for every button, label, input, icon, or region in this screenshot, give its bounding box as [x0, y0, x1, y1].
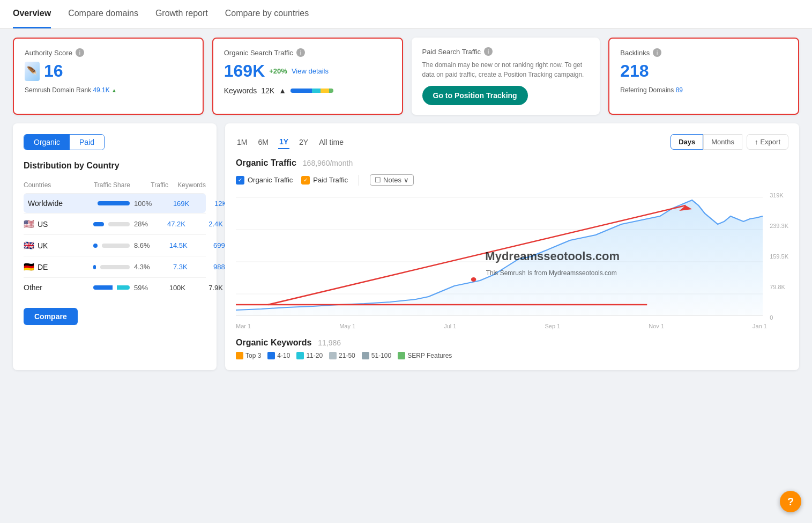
paid-search-title: Paid Search Traffic	[422, 48, 481, 56]
col-traffic-share: Traffic Share	[93, 181, 131, 189]
organic-paid-toggle: Organic Paid	[24, 134, 105, 150]
paid-search-info-icon[interactable]: i	[484, 47, 493, 56]
keywords-uk: 699	[188, 241, 225, 249]
country-us: 🇺🇸US	[24, 219, 93, 229]
kw-legend-label-4-10: 4-10	[277, 352, 290, 359]
x-label-5: Nov 1	[649, 323, 664, 329]
authority-score-card: Authority Score i 🪶 16 Semrush Domain Ra…	[13, 38, 204, 115]
paid-search-card: Paid Search Traffic i The domain may be …	[412, 38, 600, 115]
left-panel: Organic Paid Distribution by Country Cou…	[13, 123, 217, 370]
days-months-toggle: Days Months	[671, 134, 742, 150]
authority-score-title: Authority Score	[25, 49, 72, 57]
kw-legend-box-51-100	[362, 352, 369, 359]
kw-bar-seg1	[290, 89, 312, 93]
traffic-worldwide: 169K	[152, 200, 189, 208]
y-label-1: 0	[770, 314, 788, 321]
bar-uk	[93, 244, 98, 248]
authority-score-icon: 🪶	[25, 62, 40, 81]
pct-de: 4.3%	[134, 263, 150, 271]
time-controls: 1M 6M 1Y 2Y All time Days Months ↑ Expor…	[236, 134, 788, 150]
bar-worldwide	[98, 201, 130, 205]
go-to-position-tracking-button[interactable]: Go to Position Tracking	[422, 86, 528, 105]
tab-growth-report[interactable]: Growth report	[155, 0, 208, 28]
bar-us	[93, 222, 104, 226]
time-pill-2y[interactable]: 2Y	[298, 136, 309, 149]
kw-legend-box-serp	[398, 352, 405, 359]
kw-bar-seg3	[321, 89, 329, 93]
time-pill-alltime[interactable]: All time	[318, 136, 345, 149]
y-label-2: 79.8K	[770, 284, 788, 290]
compare-button[interactable]: Compare	[24, 308, 78, 325]
time-pill-6m[interactable]: 6M	[257, 136, 269, 149]
legend-paid: ✓ Paid Traffic	[301, 176, 348, 185]
kw-legend-11-20: 11-20	[296, 352, 323, 359]
organic-search-info-icon[interactable]: i	[296, 48, 305, 57]
organic-search-title: Organic Search Traffic	[224, 49, 293, 57]
x-label-2: May 1	[339, 323, 355, 329]
keywords-other: 7.9K	[185, 284, 223, 292]
country-de: 🇩🇪DE	[24, 262, 93, 272]
keywords-label: Keywords	[224, 86, 257, 95]
pct-other: 59%	[134, 284, 148, 292]
table-row: Other 59% 100K 7.9K	[24, 277, 206, 297]
paid-toggle-btn[interactable]: Paid	[70, 135, 104, 150]
keywords-worldwide: 12K	[189, 200, 227, 208]
keywords-bar-track	[290, 89, 333, 93]
kw-legend-box-4-10	[267, 352, 275, 359]
x-label-1: Mar 1	[236, 323, 251, 329]
authority-score-footer-value: 49.1K	[93, 86, 109, 94]
bar-other2	[117, 285, 130, 290]
time-pill-1y[interactable]: 1Y	[278, 135, 289, 149]
chart-legend: ✓ Organic Traffic ✓ Paid Traffic ☐ Notes…	[236, 174, 788, 186]
backlinks-info-icon[interactable]: i	[653, 48, 661, 57]
bar-de	[93, 265, 96, 269]
organic-search-growth: +20%	[269, 67, 287, 75]
kw-legend-box-21-50	[329, 352, 337, 359]
pct-us: 28%	[134, 220, 148, 228]
paid-legend-label: Paid Traffic	[313, 176, 348, 184]
legend-divider	[359, 175, 359, 186]
export-button[interactable]: ↑ Export	[747, 134, 788, 150]
organic-legend-label: Organic Traffic	[248, 176, 293, 184]
distribution-title: Distribution by Country	[24, 161, 206, 171]
backlinks-footer-label: Referring Domains	[620, 86, 674, 94]
legend-organic: ✓ Organic Traffic	[236, 176, 293, 185]
traffic-other: 100K	[148, 284, 185, 292]
kw-legend-box-11-20	[296, 352, 304, 359]
kw-bar-seg2	[312, 89, 321, 93]
notes-label: Notes	[383, 176, 401, 184]
x-label-3: Jul 1	[444, 323, 456, 329]
days-toggle-btn[interactable]: Days	[671, 134, 703, 150]
kw-legend: Top 3 4-10 11-20 21-50	[236, 352, 788, 359]
notes-button[interactable]: ☐ Notes ∨	[370, 174, 414, 186]
organic-search-card: Organic Search Traffic i 169K +20% View …	[212, 38, 403, 115]
traffic-us: 47.2K	[148, 220, 185, 228]
time-pill-1m[interactable]: 1M	[236, 136, 248, 149]
months-toggle-btn[interactable]: Months	[703, 134, 742, 150]
y-label-3: 159.5K	[770, 253, 788, 260]
kw-legend-51-100: 51-100	[362, 352, 391, 359]
bar-us-gray	[108, 222, 130, 226]
tab-compare-countries[interactable]: Compare by countries	[225, 0, 309, 28]
y-axis-labels: 319K 239.3K 159.5K 79.8K 0	[765, 192, 788, 321]
view-details-link[interactable]: View details	[292, 67, 329, 75]
paid-legend-icon: ✓	[301, 176, 310, 185]
table-row: 🇩🇪DE 4.3% 7.3K 988	[24, 256, 206, 277]
x-axis: Mar 1 May 1 Jul 1 Sep 1 Nov 1 Jan 1	[236, 321, 788, 329]
nav-tabs: Overview Compare domains Growth report C…	[0, 0, 812, 29]
authority-score-info-icon[interactable]: i	[76, 48, 84, 57]
tab-overview[interactable]: Overview	[13, 0, 51, 28]
x-label-6: Jan 1	[753, 323, 767, 329]
notes-chevron: ∨	[404, 176, 409, 184]
chart-subtitle: 168,960/month	[303, 159, 353, 167]
organic-keywords-value: 11,986	[318, 338, 341, 347]
backlinks-footer-value: 89	[676, 86, 683, 94]
backlinks-value: 218	[620, 61, 649, 81]
authority-score-arrow: ▲	[111, 87, 117, 93]
authority-score-footer-label: Semrush Domain Rank	[25, 86, 91, 94]
chart-section: 1M 6M 1Y 2Y All time Days Months ↑ Expor…	[225, 123, 799, 370]
organic-toggle-btn[interactable]: Organic	[24, 135, 70, 150]
notes-icon: ☐	[375, 176, 381, 184]
tab-compare-domains[interactable]: Compare domains	[68, 0, 138, 28]
right-panel: 1M 6M 1Y 2Y All time Days Months ↑ Expor…	[225, 123, 799, 370]
